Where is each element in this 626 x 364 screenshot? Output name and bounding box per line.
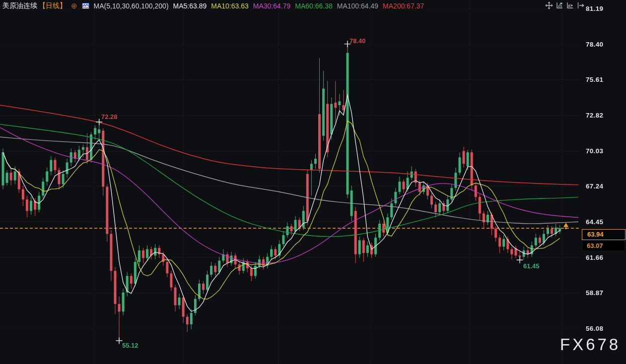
left-axis-scale-icon[interactable] [555, 1, 563, 9]
right-axis-scale-icon[interactable] [565, 1, 574, 9]
y-axis-label: 56.08 [586, 325, 603, 332]
reference-price-tag: 63.07 [583, 241, 625, 250]
chart-toolbar [545, 1, 584, 9]
swing-low-annotation: 55.12 [122, 342, 139, 349]
y-axis-label: 72.82 [586, 112, 603, 119]
y-axis-label: 78.40 [586, 41, 603, 48]
ma5-value: MA5:63.89 [173, 2, 207, 10]
ma30-value: MA30:64.79 [253, 2, 291, 10]
last-price-tag: 63.94 [582, 229, 626, 240]
swing-high-annotation: 78.40 [349, 37, 366, 45]
ma-params-label: MA(5,10,30,60,100,200) [94, 2, 169, 10]
watermark: FX678 [560, 335, 621, 354]
ma100-value: MA100:64.49 [337, 2, 378, 10]
kline-style-icon[interactable] [82, 2, 89, 9]
y-axis-label: 67.24 [586, 182, 603, 190]
swing-low-annotation: 61.45 [523, 262, 540, 270]
chart-header: 美原油连续 【日线】 ⊕ MA(5,10,30,60,100,200) MA5:… [2, 1, 424, 10]
y-axis-label: 75.61 [586, 76, 603, 83]
y-axis-label: 70.03 [586, 147, 603, 155]
y-axis-label: 64.45 [586, 218, 603, 226]
candlestick-chart-canvas[interactable] [0, 0, 626, 364]
ma200-value: MA200:67.37 [383, 2, 424, 10]
exit-panel-icon[interactable] [576, 1, 584, 9]
ma60-value: MA60:66.38 [295, 2, 333, 10]
swing-high-annotation: 72.28 [101, 113, 118, 121]
y-axis-label: 81.19 [586, 5, 603, 12]
y-axis-label: 58.87 [586, 289, 603, 297]
compare-plus-icon[interactable]: ⊕ [71, 2, 77, 9]
kline-chart-window: 美原油连续 【日线】 ⊕ MA(5,10,30,60,100,200) MA5:… [0, 0, 626, 364]
move-icon[interactable] [545, 1, 553, 9]
ma10-value: MA10:63.63 [211, 2, 249, 10]
symbol-title: 美原油连续 [2, 1, 37, 10]
timeframe-label[interactable]: 【日线】 [39, 1, 67, 10]
y-axis-label: 61.66 [586, 254, 603, 261]
